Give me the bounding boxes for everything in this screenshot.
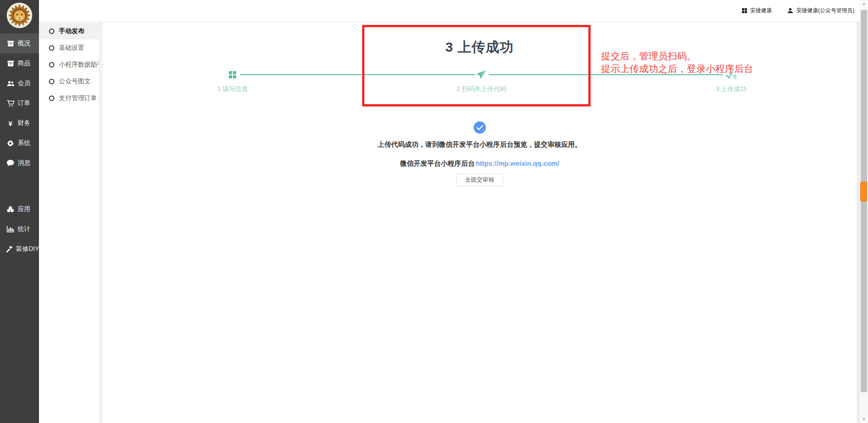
scroll-position-marker <box>860 182 867 202</box>
upload-result-panel: 上传代码成功，请到微信开发平台小程序后台预览，提交审核应用。 微信开发平台小程序… <box>102 121 857 186</box>
bar-chart-icon <box>6 226 15 232</box>
sidebar-item-overview[interactable]: 概况 <box>0 34 39 53</box>
content-right-gutter <box>857 22 860 423</box>
grid-icon <box>742 8 747 14</box>
sidebar-item-label: 装修DIY <box>16 245 39 253</box>
submenu-item-label: 小程序数据助手 <box>59 61 103 69</box>
sidebar-item-orders[interactable]: 订单 <box>0 93 39 113</box>
submenu-item-manual-publish[interactable]: 手动发布 <box>39 23 99 39</box>
sidebar-item-members[interactable]: 会员 <box>0 73 39 93</box>
check-circle-icon <box>474 121 486 134</box>
sidebar-item-finance[interactable]: ¥ 财务 <box>0 113 39 133</box>
backend-link-line: 微信开发平台小程序后台https://mp.weixin.qq.com/ <box>102 159 857 168</box>
sidebar-item-label: 统计 <box>18 225 30 233</box>
annotation-text: 提交后，管理员扫码。 提示上传成功之后，登录小程序后台 <box>601 50 753 75</box>
archive-icon <box>6 60 15 67</box>
sidebar-item-label: 财务 <box>18 119 30 127</box>
paper-plane-icon <box>476 70 487 80</box>
sidebar-group-gap <box>0 173 39 199</box>
secondary-sidebar: 手动发布 基础设置 小程序数据助手 公众号图文 支付管理订单 <box>39 22 99 423</box>
go-submit-review-button[interactable]: 去提交审核 <box>456 173 503 186</box>
annotation-line: 提交后，管理员扫码。 <box>601 50 753 62</box>
main-content: 3 上传成功 1 填写信息 2 扫码并上传代码 3 上传成功 <box>102 22 857 423</box>
sidebar-item-label: 订单 <box>18 99 30 107</box>
gears-icon <box>6 140 15 147</box>
archive-icon <box>6 40 15 47</box>
sidebar-item-diy[interactable]: 装修DIY <box>0 239 39 259</box>
yen-icon: ¥ <box>6 120 15 127</box>
step-label: 2 扫码并上传代码 <box>427 85 536 93</box>
primary-sidebar: 概况 商品 会员 订单 ¥ 财务 <box>0 0 39 423</box>
submenu-item-basic-settings[interactable]: 基础设置 <box>39 39 99 56</box>
sidebar-item-label: 应用 <box>18 205 30 213</box>
hammer-icon <box>6 246 13 253</box>
submenu-item-label: 手动发布 <box>59 27 84 35</box>
user-icon <box>787 8 793 14</box>
sidebar-item-label: 系统 <box>18 139 30 147</box>
lion-logo-icon <box>6 2 33 29</box>
users-icon <box>6 81 15 87</box>
step-label: 3 上传成功 <box>677 85 786 93</box>
sidebar-item-goods[interactable]: 商品 <box>0 53 39 73</box>
apps-icon <box>6 206 15 212</box>
sidebar-item-stats[interactable]: 统计 <box>0 219 39 239</box>
circle-icon <box>49 62 54 67</box>
annotation-highlight-box <box>362 25 591 106</box>
submenu-item-label: 公众号图文 <box>59 77 91 86</box>
success-message: 上传代码成功，请到微信开发平台小程序后台预览，提交审核应用。 <box>102 140 857 149</box>
page-scrollbar[interactable]: ▲ ▼ <box>860 0 868 423</box>
sidebar-item-label: 会员 <box>18 79 30 87</box>
grid-icon <box>229 71 236 78</box>
step-label: 1 填写信息 <box>178 85 287 93</box>
link-label: 微信开发平台小程序后台 <box>400 159 475 167</box>
topbar: 安捷健康 安捷健康(公众号管理员) <box>39 0 860 22</box>
app-logo <box>0 0 39 30</box>
circle-icon <box>49 96 54 101</box>
submenu-item-miniprogram-data[interactable]: 小程序数据助手 <box>39 56 99 73</box>
circle-icon <box>49 29 54 34</box>
sidebar-item-system[interactable]: 系统 <box>0 133 39 153</box>
sidebar-item-label: 消息 <box>18 159 30 167</box>
user-menu[interactable]: 安捷健康(公众号管理员) <box>787 7 854 14</box>
submenu-scrollbar[interactable] <box>99 22 102 423</box>
submenu-item-label: 支付管理订单 <box>59 94 97 102</box>
comment-icon <box>6 160 15 166</box>
submenu-item-payment-orders[interactable]: 支付管理订单 <box>39 90 99 106</box>
circle-icon <box>49 45 54 51</box>
annotation-line: 提示上传成功之后，登录小程序后台 <box>601 62 753 75</box>
user-name: 安捷健康(公众号管理员) <box>796 7 854 14</box>
mp-weixin-link[interactable]: https://mp.weixin.qq.com/ <box>475 159 559 167</box>
cart-icon <box>6 100 15 107</box>
submenu-item-official-articles[interactable]: 公众号图文 <box>39 73 99 90</box>
wizard-step-1: 1 填写信息 <box>178 68 287 93</box>
site-switcher[interactable]: 安捷健康 <box>742 7 772 14</box>
submenu-item-label: 基础设置 <box>59 44 84 52</box>
scroll-up-arrow[interactable]: ▲ <box>860 0 868 8</box>
sidebar-item-messages[interactable]: 消息 <box>0 153 39 173</box>
primary-nav: 概况 商品 会员 订单 ¥ 财务 <box>0 34 39 259</box>
app-root: 概况 商品 会员 订单 ¥ 财务 <box>0 0 868 423</box>
scroll-down-arrow[interactable]: ▼ <box>860 415 868 423</box>
sidebar-item-label: 概况 <box>18 39 30 48</box>
sidebar-item-apps[interactable]: 应用 <box>0 199 39 219</box>
sidebar-item-label: 商品 <box>18 59 30 67</box>
site-name: 安捷健康 <box>750 7 772 14</box>
wizard-step-2: 2 扫码并上传代码 <box>427 68 536 93</box>
circle-icon <box>49 79 54 84</box>
